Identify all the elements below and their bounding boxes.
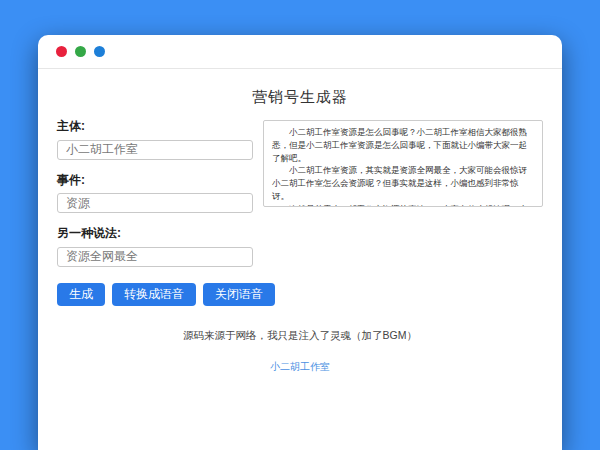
event-label: 事件: [57, 172, 253, 189]
app-window: 营销号生成器 主体: 事件: 另一种说法: 生成 转换成语音 [38, 35, 562, 450]
output-paragraph: 小二胡工作室资源，其实就是资源全网最全，大家可能会很惊讶小二胡工作室怎么会资源呢… [272, 164, 534, 202]
generated-output-box[interactable]: 小二胡工作室资源是怎么回事呢？小二胡工作室相信大家都很熟悉，但是小二胡工作室资源… [263, 120, 543, 207]
footer-link-row: 小二胡工作室 [57, 356, 543, 374]
source-credit-text: 源码来源于网络，我只是注入了灵魂（加了BGM） [57, 329, 543, 343]
page-title: 营销号生成器 [57, 88, 543, 107]
subject-field-group: 主体: [57, 118, 253, 160]
generate-button[interactable]: 生成 [57, 283, 105, 306]
text-to-speech-button[interactable]: 转换成语音 [112, 283, 196, 306]
subject-label: 主体: [57, 118, 253, 135]
alias-input[interactable] [57, 247, 253, 267]
event-field-group: 事件: [57, 172, 253, 214]
output-paragraph: 这就是关于小二胡工作室资源的事情了，大家有什么想法呢，欢迎在评论区告诉小编一起讨… [272, 203, 534, 207]
generator-form: 主体: 事件: 另一种说法: 生成 转换成语音 关闭语音 [57, 112, 253, 306]
stop-speech-button[interactable]: 关闭语音 [203, 283, 275, 306]
traffic-light-green-icon[interactable] [75, 46, 86, 57]
window-titlebar [38, 35, 562, 69]
studio-link[interactable]: 小二胡工作室 [270, 361, 330, 372]
subject-input[interactable] [57, 140, 253, 160]
traffic-light-red-icon[interactable] [56, 46, 67, 57]
main-row: 主体: 事件: 另一种说法: 生成 转换成语音 关闭语音 [57, 112, 543, 306]
alias-field-group: 另一种说法: [57, 225, 253, 267]
action-buttons: 生成 转换成语音 关闭语音 [57, 283, 253, 306]
alias-label: 另一种说法: [57, 225, 253, 242]
window-content: 营销号生成器 主体: 事件: 另一种说法: 生成 转换成语音 [38, 88, 562, 374]
event-input[interactable] [57, 193, 253, 213]
output-paragraph: 小二胡工作室资源是怎么回事呢？小二胡工作室相信大家都很熟悉，但是小二胡工作室资源… [272, 126, 534, 164]
traffic-light-blue-icon[interactable] [94, 46, 105, 57]
